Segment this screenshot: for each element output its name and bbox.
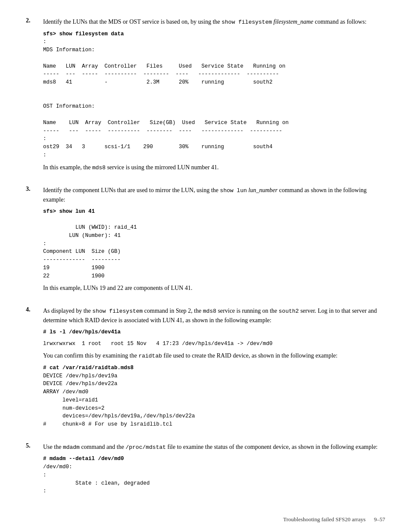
step-2-italic: filesystem_name bbox=[274, 19, 314, 25]
step-2-code1: show filesystem bbox=[221, 19, 272, 25]
step-3-italic: lun_number bbox=[249, 187, 278, 193]
step-5-number: 5. bbox=[26, 442, 43, 499]
step-2-codeblock: sfs> show filesystem data : MDS Informat… bbox=[43, 30, 385, 159]
footer-text: Troubleshooting failed SFS20 arrays 9–57 bbox=[283, 516, 385, 523]
footer: Troubleshooting failed SFS20 arrays 9–57 bbox=[26, 516, 385, 523]
page-content: 2. Identify the LUNs that the MDS or OST… bbox=[26, 17, 385, 523]
step-2-outro-code: mds8 bbox=[92, 165, 106, 171]
step-3-code1: show lun bbox=[220, 187, 247, 194]
step-2: 2. Identify the LUNs that the MDS or OST… bbox=[26, 17, 385, 175]
step-2-number: 2. bbox=[26, 17, 43, 175]
step-3-codeblock: sfs> show lun 41 LUN (WWID): raid_41 LUN… bbox=[43, 208, 385, 280]
step-4-codeblock2: lrwxrwxrwx 1 root root 15 Nov 4 17:23 /d… bbox=[43, 340, 385, 348]
step-2-outro: In this example, the mds8 service is usi… bbox=[43, 163, 385, 172]
step-5-body: Use the mdadm command and the /proc/mdst… bbox=[43, 442, 385, 499]
step-5: 5. Use the mdadm command and the /proc/m… bbox=[26, 442, 385, 499]
step-4-body: As displayed by the show filesystem comm… bbox=[43, 306, 385, 432]
step-4-codeblock1: # ls -l /dev/hpls/dev41a bbox=[43, 328, 385, 336]
step-3: 3. Identify the component LUNs that are … bbox=[26, 186, 385, 296]
step-2-body: Identify the LUNs that the MDS or OST se… bbox=[43, 17, 385, 175]
step-2-intro: Identify the LUNs that the MDS or OST se… bbox=[43, 17, 385, 27]
step-5-code1: mdadm bbox=[63, 444, 80, 451]
step-3-outro: In this example, LUNs 19 and 22 are comp… bbox=[43, 283, 385, 292]
step-4-code2: mds8 bbox=[203, 308, 216, 314]
step-3-body: Identify the component LUNs that are use… bbox=[43, 186, 385, 296]
step-5-codeblock: # mdadm --detail /dev/md0 /dev/md0: : St… bbox=[43, 455, 385, 495]
step-4-raidtab-code: raidtab bbox=[138, 353, 162, 359]
step-4: 4. As displayed by the show filesystem c… bbox=[26, 306, 385, 432]
step-4-code1: show filesystem bbox=[92, 308, 143, 314]
step-3-intro: Identify the component LUNs that are use… bbox=[43, 186, 385, 204]
step-4-code3: south2 bbox=[279, 308, 299, 314]
step-4-intro: As displayed by the show filesystem comm… bbox=[43, 306, 385, 325]
step-4-codeblock3: # cat /var/raid/raidtab.mds8 DEVICE /dev… bbox=[43, 364, 385, 429]
step-5-intro: Use the mdadm command and the /proc/mdst… bbox=[43, 442, 385, 452]
step-4-outro: You can confirm this by examining the ra… bbox=[43, 351, 385, 361]
step-5-code2: /proc/mdstat bbox=[125, 444, 166, 451]
step-3-number: 3. bbox=[26, 186, 43, 296]
step-4-number: 4. bbox=[26, 306, 43, 432]
